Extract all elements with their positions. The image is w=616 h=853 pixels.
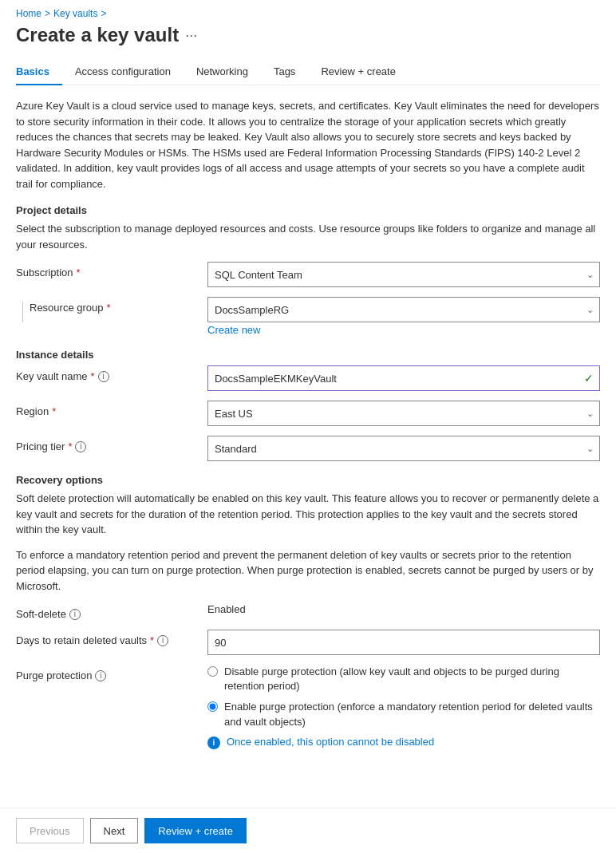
purge-protection-radio-group: Disable purge protection (allow key vaul… (207, 665, 600, 729)
resource-group-required: * (107, 302, 111, 314)
next-button[interactable]: Next (90, 818, 139, 843)
page-title: Create a key vault (16, 24, 179, 46)
purge-protection-control: Disable purge protection (allow key vaul… (207, 665, 600, 749)
purge-enable-label: Enable purge protection (enforce a manda… (224, 700, 600, 729)
purge-protection-label: Purge protection i (16, 665, 207, 681)
soft-delete-control: Enabled (207, 603, 600, 615)
subscription-select[interactable]: SQL Content Team (207, 262, 600, 287)
tab-access-configuration[interactable]: Access configuration (62, 59, 184, 85)
region-required: * (52, 405, 56, 417)
info-circle-icon: i (207, 737, 220, 749)
breadcrumb-key-vaults[interactable]: Key vaults (53, 8, 97, 19)
tab-review-create[interactable]: Review + create (308, 59, 409, 85)
days-retain-control (207, 630, 600, 655)
subscription-required: * (77, 267, 81, 278)
days-retain-info-icon[interactable]: i (157, 635, 168, 646)
pricing-tier-control: Standard ⌄ (207, 436, 600, 461)
recovery-options-header: Recovery options (16, 474, 600, 486)
previous-button[interactable]: Previous (16, 818, 84, 843)
purge-disable-option[interactable]: Disable purge protection (allow key vaul… (207, 665, 600, 693)
recovery-text-1: Soft delete protection will automaticall… (16, 491, 600, 538)
footer: Previous Next Review + create (0, 808, 616, 853)
tab-tags[interactable]: Tags (261, 59, 308, 85)
key-vault-name-info-icon[interactable]: i (98, 371, 109, 382)
tab-basics[interactable]: Basics (16, 59, 62, 85)
breadcrumb-sep1: > (45, 8, 50, 19)
region-control: East US ⌄ (207, 401, 600, 426)
resource-group-control: DocsSampleRG ⌄ Create new (207, 297, 600, 336)
create-new-link[interactable]: Create new (207, 324, 600, 336)
key-vault-name-valid-icon: ✓ (584, 372, 594, 385)
key-vault-name-input[interactable] (207, 365, 600, 391)
resource-group-label: Resource group * (30, 302, 221, 314)
key-vault-name-control: ✓ (207, 365, 600, 391)
subscription-control: SQL Content Team ⌄ (207, 262, 600, 287)
tab-bar: Basics Access configuration Networking T… (16, 59, 600, 85)
pricing-tier-info-icon[interactable]: i (75, 441, 86, 452)
days-retain-required: * (150, 634, 154, 646)
instance-details-header: Instance details (16, 349, 600, 361)
soft-delete-info-icon[interactable]: i (69, 609, 81, 620)
pricing-tier-select[interactable]: Standard (207, 436, 600, 461)
resource-group-select[interactable]: DocsSampleRG (207, 297, 600, 322)
description-text: Azure Key Vault is a cloud service used … (16, 98, 600, 192)
days-retain-label: Days to retain deleted vaults * i (16, 630, 207, 646)
purge-info-banner: i Once enabled, this option cannot be di… (207, 736, 600, 749)
days-retain-input[interactable] (207, 630, 600, 655)
purge-info-link[interactable]: Once enabled, this option cannot be disa… (227, 736, 434, 748)
purge-enable-option[interactable]: Enable purge protection (enforce a manda… (207, 700, 600, 729)
soft-delete-label: Soft-delete i (16, 603, 207, 620)
review-create-button[interactable]: Review + create (144, 818, 247, 843)
tab-networking[interactable]: Networking (184, 59, 261, 85)
project-details-header: Project details (16, 204, 600, 216)
subscription-label: Subscription * (16, 262, 207, 278)
breadcrumb: Home > Key vaults > (16, 0, 600, 24)
purge-disable-label: Disable purge protection (allow key vaul… (224, 665, 600, 693)
pricing-tier-required: * (68, 440, 72, 452)
purge-protection-info-icon[interactable]: i (95, 670, 106, 681)
purge-disable-radio[interactable] (207, 666, 218, 677)
recovery-text-2: To enforce a mandatory retention period … (16, 547, 600, 594)
key-vault-name-label: Key vault name * i (16, 365, 207, 382)
project-details-desc: Select the subscription to manage deploy… (16, 221, 600, 252)
key-vault-name-required: * (91, 370, 95, 382)
title-menu-icon[interactable]: ··· (185, 27, 197, 44)
purge-enable-radio[interactable] (207, 701, 218, 712)
soft-delete-value: Enabled (207, 598, 246, 615)
region-label: Region * (16, 401, 207, 417)
breadcrumb-home[interactable]: Home (16, 8, 41, 19)
region-select[interactable]: East US (207, 401, 600, 426)
breadcrumb-sep2: > (101, 8, 106, 19)
pricing-tier-label: Pricing tier * i (16, 436, 207, 452)
